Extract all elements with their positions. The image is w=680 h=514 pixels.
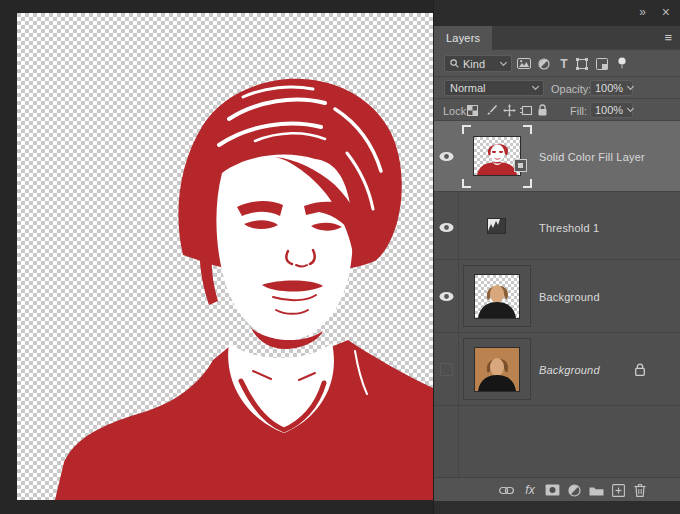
layer-row-solid-color-fill[interactable]: Solid Color Fill Layer [434,121,680,192]
layers-panel: » × Layers ≡ Kind T [433,0,680,514]
chevron-down-icon [532,83,539,90]
layer-name[interactable]: Solid Color Fill Layer [539,151,645,163]
smart-object-filter-icon[interactable] [594,56,610,71]
visibility-eye-icon[interactable] [439,151,454,162]
filter-toggle-icon[interactable] [614,56,630,71]
opacity-field[interactable]: 100% [590,80,633,96]
tab-layers[interactable]: Layers [434,26,492,50]
blend-mode-dropdown[interactable]: Normal [444,80,544,96]
visibility-eye-icon[interactable] [439,222,454,233]
lock-all-icon[interactable] [535,103,550,117]
layers-panel-toolbar: fx [434,477,680,501]
panel-menu-icon[interactable]: ≡ [664,30,672,45]
layer-name[interactable]: Threshold 1 [539,222,599,234]
visibility-toggle-empty[interactable] [440,363,453,376]
layer-row-background-copy[interactable]: Background [434,260,680,333]
layers-list: Solid Color Fill Layer Threshold 1 [434,121,680,477]
fill-label: Fill: [570,104,587,118]
frame-corner [523,179,532,188]
lock-bar: Lock: Fill: 100% [434,99,680,121]
type-layer-filter-icon[interactable]: T [556,56,572,71]
shape-layer-filter-icon[interactable] [574,56,590,71]
threshold-adjustment-icon[interactable] [487,218,506,234]
add-mask-icon[interactable] [544,483,560,497]
layer-thumbnail[interactable] [474,274,520,319]
delete-layer-icon[interactable] [632,483,648,497]
layer-row-threshold[interactable]: Threshold 1 [434,192,680,260]
layer-lock-icon [634,363,646,377]
kind-filter-value: Kind [463,58,497,70]
chevron-down-icon [627,83,634,90]
layer-style-icon[interactable]: fx [522,483,538,497]
link-layers-icon[interactable] [498,483,514,497]
layer-row-background-locked[interactable]: Background [434,333,680,406]
layer-name[interactable]: Background [539,364,600,376]
photoshop-window: » × Layers ≡ Kind T [0,0,680,514]
filter-bar: Kind T [434,50,680,77]
panel-tab-bar: Layers ≡ [434,26,680,50]
fill-field[interactable]: 100% [590,102,633,118]
frame-corner [462,125,471,134]
search-icon [450,59,459,68]
chevron-down-icon [627,105,634,112]
panel-dock-header: » × [434,0,680,26]
visibility-eye-icon[interactable] [439,291,454,302]
lock-transparency-icon[interactable] [465,103,480,117]
frame-corner [462,179,471,188]
document-canvas[interactable] [17,13,433,500]
fill-value: 100% [595,104,623,116]
adjustment-layer-filter-icon[interactable] [536,56,552,71]
panel-bottom-edge [434,501,680,514]
new-group-icon[interactable] [588,483,604,497]
lock-position-move-icon[interactable] [502,103,517,117]
adjustment-layer-icon[interactable] [566,483,582,497]
fill-layer-badge-icon [514,159,527,172]
blend-mode-value: Normal [450,82,529,94]
lock-pixels-brush-icon[interactable] [484,103,499,117]
opacity-value: 100% [595,82,623,94]
close-panel-icon[interactable]: × [662,4,670,20]
layer-thumbnail-frame [463,338,531,400]
chevron-down-icon [500,58,507,65]
layer-thumbnail-selection-frame [462,125,532,188]
layer-thumbnail[interactable] [474,347,520,392]
blend-bar: Normal Opacity: 100% [434,77,680,99]
collapse-panel-icon[interactable]: » [639,5,646,19]
kind-filter-dropdown[interactable]: Kind [444,55,512,72]
new-layer-icon[interactable] [610,483,626,497]
pixel-layer-filter-icon[interactable] [516,56,532,71]
layer-thumbnail-frame [463,265,531,327]
lock-artboard-icon[interactable] [519,103,534,117]
threshold-portrait-image [17,13,433,500]
frame-corner [523,125,532,134]
layer-name[interactable]: Background [539,291,600,303]
opacity-label: Opacity: [551,82,591,96]
